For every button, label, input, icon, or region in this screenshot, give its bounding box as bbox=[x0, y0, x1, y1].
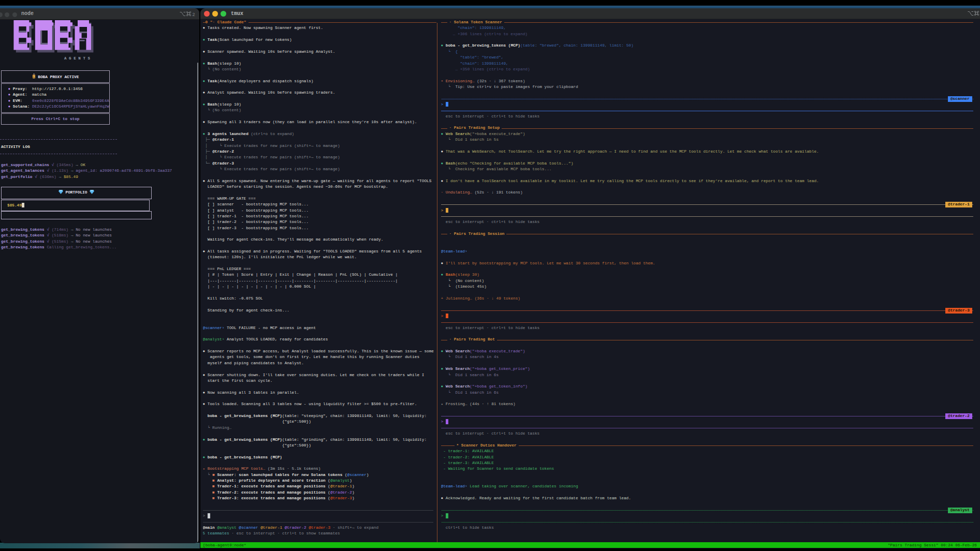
svg-text:2: 2 bbox=[193, 12, 195, 17]
